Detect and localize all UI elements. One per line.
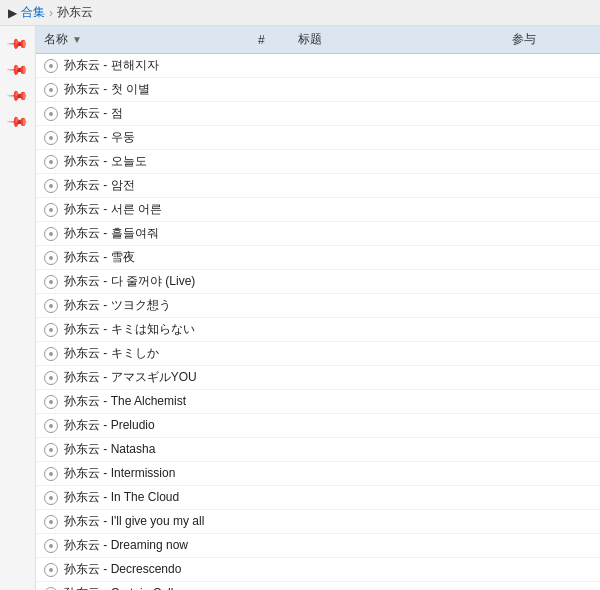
column-name[interactable]: 名称 ▼ <box>44 31 258 48</box>
track-row[interactable]: 孙东云 - Preludio <box>36 414 600 438</box>
track-row[interactable]: 孙东云 - Natasha <box>36 438 600 462</box>
track-row[interactable]: 孙东云 - 雪夜 <box>36 246 600 270</box>
track-name-text: 孙东云 - Intermission <box>64 465 175 482</box>
track-row[interactable]: 孙东云 - 서른 어른 <box>36 198 600 222</box>
track-row[interactable]: 孙东云 - Dreaming now <box>36 534 600 558</box>
track-row[interactable]: 孙东云 - 우둥 <box>36 126 600 150</box>
track-name-cell: 孙东云 - ツヨク想う <box>44 297 258 314</box>
audio-icon <box>44 107 58 121</box>
track-name-text: 孙东云 - キミは知らない <box>64 321 195 338</box>
track-row[interactable]: 孙东云 - 점 <box>36 102 600 126</box>
track-name-text: 孙东云 - アマスギルYOU <box>64 369 197 386</box>
track-name-text: 孙东云 - 첫 이별 <box>64 81 150 98</box>
audio-icon <box>44 395 58 409</box>
audio-icon <box>44 419 58 433</box>
sidebar: 📌 📌 📌 📌 <box>0 26 36 590</box>
track-row[interactable]: 孙东云 - 편해지자 <box>36 54 600 78</box>
track-row[interactable]: 孙东云 - Decrescendo <box>36 558 600 582</box>
audio-icon <box>44 251 58 265</box>
track-row[interactable]: 孙东云 - アマスギルYOU <box>36 366 600 390</box>
pin-icon-3[interactable]: 📌 <box>5 82 30 107</box>
audio-icon <box>44 323 58 337</box>
track-name-text: 孙东云 - 오늘도 <box>64 153 147 170</box>
audio-icon <box>44 179 58 193</box>
track-name-cell: 孙东云 - キミは知らない <box>44 321 258 338</box>
track-name-cell: 孙东云 - 점 <box>44 105 258 122</box>
track-name-text: 孙东云 - キミしか <box>64 345 159 362</box>
audio-icon <box>44 539 58 553</box>
track-name-cell: 孙东云 - アマスギルYOU <box>44 369 258 386</box>
track-name-text: 孙东云 - 다 줄꺼야 (Live) <box>64 273 195 290</box>
track-name-text: 孙东云 - ツヨク想う <box>64 297 171 314</box>
track-row[interactable]: 孙东云 - Intermission <box>36 462 600 486</box>
track-row[interactable]: 孙东云 - In The Cloud <box>36 486 600 510</box>
audio-icon <box>44 371 58 385</box>
track-name-cell: 孙东云 - 오늘도 <box>44 153 258 170</box>
audio-icon <box>44 131 58 145</box>
track-row[interactable]: 孙东云 - 오늘도 <box>36 150 600 174</box>
breadcrumb-collection[interactable]: 合集 <box>21 4 45 21</box>
audio-icon <box>44 203 58 217</box>
column-title[interactable]: 标题 <box>298 31 512 48</box>
pin-icon-2[interactable]: 📌 <box>5 56 30 81</box>
table-header: 名称 ▼ # 标题 参与 <box>36 26 600 54</box>
track-row[interactable]: 孙东云 - キミは知らない <box>36 318 600 342</box>
audio-icon <box>44 83 58 97</box>
track-name-cell: 孙东云 - In The Cloud <box>44 489 258 506</box>
track-name-text: 孙东云 - Curtain Call <box>64 585 173 590</box>
track-name-cell: 孙东云 - Preludio <box>44 417 258 434</box>
track-name-text: 孙东云 - In The Cloud <box>64 489 179 506</box>
audio-icon <box>44 491 58 505</box>
breadcrumb: ▶ 合集 › 孙东云 <box>0 0 600 26</box>
track-name-text: 孙东云 - The Alchemist <box>64 393 186 410</box>
audio-icon <box>44 59 58 73</box>
sort-arrow-name: ▼ <box>72 34 82 45</box>
track-name-cell: 孙东云 - The Alchemist <box>44 393 258 410</box>
column-participation[interactable]: 参与 <box>512 31 592 48</box>
track-name-cell: 孙东云 - 흘들여줘 <box>44 225 258 242</box>
audio-icon <box>44 299 58 313</box>
audio-icon <box>44 155 58 169</box>
track-name-text: 孙东云 - 암전 <box>64 177 135 194</box>
track-row[interactable]: 孙东云 - I'll give you my all <box>36 510 600 534</box>
track-name-cell: 孙东云 - I'll give you my all <box>44 513 258 530</box>
track-name-cell: 孙东云 - Intermission <box>44 465 258 482</box>
audio-icon <box>44 347 58 361</box>
track-name-text: 孙东云 - I'll give you my all <box>64 513 204 530</box>
track-name-cell: 孙东云 - 서른 어른 <box>44 201 258 218</box>
track-name-cell: 孙东云 - 암전 <box>44 177 258 194</box>
track-list[interactable]: 孙东云 - 편해지자孙东云 - 첫 이별孙东云 - 점孙东云 - 우둥孙东云 -… <box>36 54 600 590</box>
track-name-cell: 孙东云 - Decrescendo <box>44 561 258 578</box>
track-name-text: 孙东云 - 편해지자 <box>64 57 159 74</box>
audio-icon <box>44 515 58 529</box>
audio-icon <box>44 563 58 577</box>
content-area: 名称 ▼ # 标题 参与 孙东云 - 편해지자孙东云 - 첫 이별孙东云 - 점… <box>36 26 600 590</box>
track-name-cell: 孙东云 - Natasha <box>44 441 258 458</box>
audio-icon <box>44 467 58 481</box>
track-name-text: 孙东云 - 흘들여줘 <box>64 225 159 242</box>
audio-icon <box>44 275 58 289</box>
track-row[interactable]: 孙东云 - キミしか <box>36 342 600 366</box>
breadcrumb-separator: › <box>49 6 53 20</box>
pin-icon-4[interactable]: 📌 <box>5 108 30 133</box>
column-number[interactable]: # <box>258 33 298 47</box>
track-name-text: 孙东云 - 서른 어른 <box>64 201 162 218</box>
track-row[interactable]: 孙东云 - ツヨク想う <box>36 294 600 318</box>
track-row[interactable]: 孙东云 - 첫 이별 <box>36 78 600 102</box>
track-row[interactable]: 孙东云 - Curtain Call <box>36 582 600 590</box>
track-row[interactable]: 孙东云 - The Alchemist <box>36 390 600 414</box>
audio-icon <box>44 587 58 591</box>
audio-icon <box>44 443 58 457</box>
track-name-text: 孙东云 - 점 <box>64 105 123 122</box>
app-container: ▶ 合集 › 孙东云 📌 📌 📌 📌 名称 ▼ # 标题 <box>0 0 600 590</box>
track-row[interactable]: 孙东云 - 흘들여줘 <box>36 222 600 246</box>
track-row[interactable]: 孙东云 - 암전 <box>36 174 600 198</box>
track-name-cell: 孙东云 - キミしか <box>44 345 258 362</box>
track-name-text: 孙东云 - Natasha <box>64 441 155 458</box>
pin-icon-1[interactable]: 📌 <box>5 30 30 55</box>
track-name-text: 孙东云 - Dreaming now <box>64 537 188 554</box>
track-name-cell: 孙东云 - 우둥 <box>44 129 258 146</box>
track-name-cell: 孙东云 - 雪夜 <box>44 249 258 266</box>
track-name-text: 孙东云 - Decrescendo <box>64 561 181 578</box>
track-row[interactable]: 孙东云 - 다 줄꺼야 (Live) <box>36 270 600 294</box>
